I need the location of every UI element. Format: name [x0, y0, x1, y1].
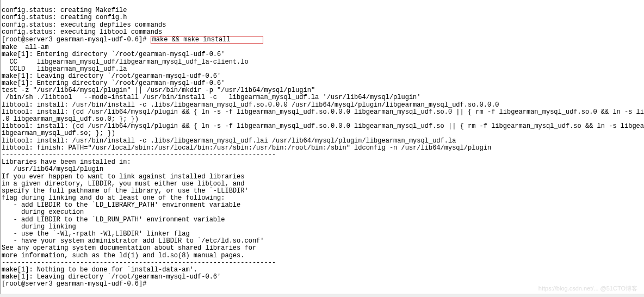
terminal-line: libtool: install: /usr/bin/install -c .l… — [2, 102, 644, 109]
terminal-line: during execution — [2, 209, 644, 216]
terminal-output[interactable]: config.status: creating Makefileconfig.s… — [0, 0, 644, 295]
terminal-line: libtool: finish: PATH="/usr/local/sbin:/… — [2, 145, 644, 152]
terminal-line: /bin/sh ./libtool --mode=install /usr/bi… — [2, 94, 644, 101]
terminal-line: - add LIBDIR to the `LD_LIBRARY_PATH' en… — [2, 202, 644, 209]
scrollbar-horizontal[interactable] — [0, 294, 644, 297]
terminal-line: CCLD libgearman_mysql_udf.la — [2, 66, 644, 73]
terminal-line: make[1]: Entering directory `/root/gearm… — [2, 51, 644, 58]
terminal-line: config.status: creating config.h — [2, 14, 644, 21]
terminal-line: ----------------------------------------… — [2, 259, 644, 267]
terminal-line: If you ever happen to want to link again… — [2, 174, 644, 181]
terminal-line: - add LIBDIR to the `LD_RUN_PATH' enviro… — [2, 216, 644, 224]
terminal-line: more information, such as the ld(1) and … — [2, 252, 644, 259]
highlighted-command: make && make install — [151, 36, 264, 44]
terminal-line: ibgearman_mysql_udf.so; }; }) — [2, 130, 644, 137]
terminal-line: config.status: executing libtool command… — [2, 29, 644, 36]
terminal-line: /usr/lib64/mysql/plugin — [2, 166, 644, 173]
terminal-line: config.status: executing depfiles comman… — [2, 22, 644, 29]
terminal-line: See any operating system documentation a… — [2, 245, 644, 252]
terminal-line: in a given directory, LIBDIR, you must e… — [2, 181, 644, 188]
terminal-line: libtool: install: /usr/bin/install -c .l… — [2, 138, 644, 145]
terminal-line: CC libgearman_mysql_udf/libgearman_mysql… — [2, 59, 644, 66]
shell-prompt: [root@server3 gearman-mysql-udf-0.6]# — [2, 36, 146, 44]
watermark-text: https://blog.csdn.net/... @51CTO博客 — [538, 285, 637, 292]
